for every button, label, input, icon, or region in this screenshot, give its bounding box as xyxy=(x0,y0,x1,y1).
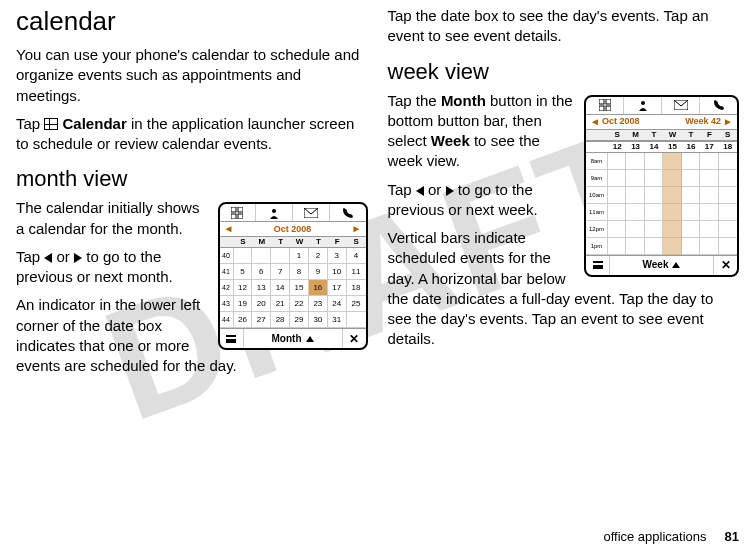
close-button: ✕ xyxy=(713,256,737,275)
hour-cell xyxy=(719,238,737,255)
day-cell xyxy=(234,248,253,264)
dow: T xyxy=(309,237,328,247)
day-cell: 26 xyxy=(234,312,253,328)
day-cell: 20 xyxy=(252,296,271,312)
close-button: ✕ xyxy=(342,329,366,348)
dow: W xyxy=(290,237,309,247)
dow: M xyxy=(626,130,644,140)
hour-cell xyxy=(626,204,644,221)
hour-cell xyxy=(608,187,626,204)
menu-icon xyxy=(226,335,236,343)
contacts-icon xyxy=(624,97,662,114)
hour-cell xyxy=(719,204,737,221)
day-cell: 3 xyxy=(328,248,347,264)
hour-cell xyxy=(682,238,700,255)
day-cell: 13 xyxy=(252,280,271,296)
svg-point-10 xyxy=(641,101,645,105)
time-spacer xyxy=(586,130,608,140)
day-cell: 7 xyxy=(271,264,290,280)
hour-cell xyxy=(663,187,681,204)
text: Tap xyxy=(388,181,416,198)
day-cell: 27 xyxy=(252,312,271,328)
right-column: Tap the date box to see the day's events… xyxy=(388,6,740,384)
hour-cell xyxy=(663,170,681,187)
view-label: Month xyxy=(272,334,302,344)
hour-cell xyxy=(700,221,718,238)
para-tap-datebox: Tap the date box to see the day's events… xyxy=(388,6,740,47)
menu-button xyxy=(220,329,244,348)
hour-cell xyxy=(663,204,681,221)
date: 16 xyxy=(682,142,700,152)
day-cell: 30 xyxy=(309,312,328,328)
hour-cell xyxy=(626,238,644,255)
day-cell: 11 xyxy=(347,264,366,280)
day-cell: 18 xyxy=(347,280,366,296)
close-icon: ✕ xyxy=(721,259,731,271)
hour-cell xyxy=(645,153,663,170)
date: 13 xyxy=(626,142,644,152)
hour-cell xyxy=(626,187,644,204)
month-dow-row: S M T W T F S xyxy=(220,236,366,248)
week-label: Week xyxy=(431,132,470,149)
next-week-arrow: ► xyxy=(723,117,733,127)
day-cell: 14 xyxy=(271,280,290,296)
menu-button xyxy=(586,256,610,275)
hour-cell xyxy=(645,170,663,187)
text: Tap xyxy=(16,115,44,132)
day-cell: 17 xyxy=(328,280,347,296)
view-switch-button: Week xyxy=(610,256,713,275)
dow: M xyxy=(252,237,271,247)
date: 15 xyxy=(663,142,681,152)
phone-topbar xyxy=(220,204,366,222)
dow: F xyxy=(328,237,347,247)
svg-rect-7 xyxy=(606,99,611,104)
hour-cell xyxy=(719,221,737,238)
text: or xyxy=(52,248,74,265)
date: 17 xyxy=(700,142,718,152)
hour-cell xyxy=(645,187,663,204)
day-cell: 4 xyxy=(347,248,366,264)
hour-cell xyxy=(682,204,700,221)
hour-cell xyxy=(608,153,626,170)
week-header: ◄ Oct 2008 Week 42 ► xyxy=(586,115,737,129)
chevron-up-icon xyxy=(306,336,314,342)
hour-cell xyxy=(645,221,663,238)
day-cell: 31 xyxy=(328,312,347,328)
week-view-screenshot: ◄ Oct 2008 Week 42 ► S M T W T F S 12 13… xyxy=(584,95,739,277)
dow: S xyxy=(234,237,253,247)
wk-spacer xyxy=(220,237,234,247)
close-icon: ✕ xyxy=(349,333,359,345)
day-cell: 5 xyxy=(234,264,253,280)
hour-cell xyxy=(663,238,681,255)
month-button-label: Month xyxy=(441,92,486,109)
calendar-label: Calendar xyxy=(63,115,127,132)
date: 18 xyxy=(719,142,737,152)
day-cell: 9 xyxy=(309,264,328,280)
footer-label: office applications xyxy=(603,529,706,544)
prev-week-arrow: ◄ xyxy=(590,117,600,127)
day-cell: 25 xyxy=(347,296,366,312)
time: 8am xyxy=(586,153,608,170)
phone-icon xyxy=(330,204,366,221)
day-cell: 21 xyxy=(271,296,290,312)
mail-icon xyxy=(293,204,330,221)
svg-rect-1 xyxy=(238,207,243,212)
time: 12pm xyxy=(586,221,608,238)
day-cell: 2 xyxy=(309,248,328,264)
day-cell: 10 xyxy=(328,264,347,280)
hour-cell xyxy=(719,153,737,170)
week-dow-row: S M T W T F S xyxy=(586,129,737,141)
hour-cell xyxy=(719,187,737,204)
day-cell: 23 xyxy=(309,296,328,312)
month-header: ◄ Oct 2008 ► xyxy=(220,222,366,236)
phone-topbar xyxy=(586,97,737,115)
week-title-right: Week 42 xyxy=(662,117,724,126)
hour-cell xyxy=(682,187,700,204)
date: 14 xyxy=(645,142,663,152)
day-cell: 8 xyxy=(290,264,309,280)
heading-month-view: month view xyxy=(16,166,368,192)
month-view-screenshot: ◄ Oct 2008 ► S M T W T F S 40 41 42 43 xyxy=(218,202,368,350)
week-number-col: 40 41 42 43 44 xyxy=(220,248,234,328)
hour-cell xyxy=(700,153,718,170)
wk: 43 xyxy=(220,296,234,312)
